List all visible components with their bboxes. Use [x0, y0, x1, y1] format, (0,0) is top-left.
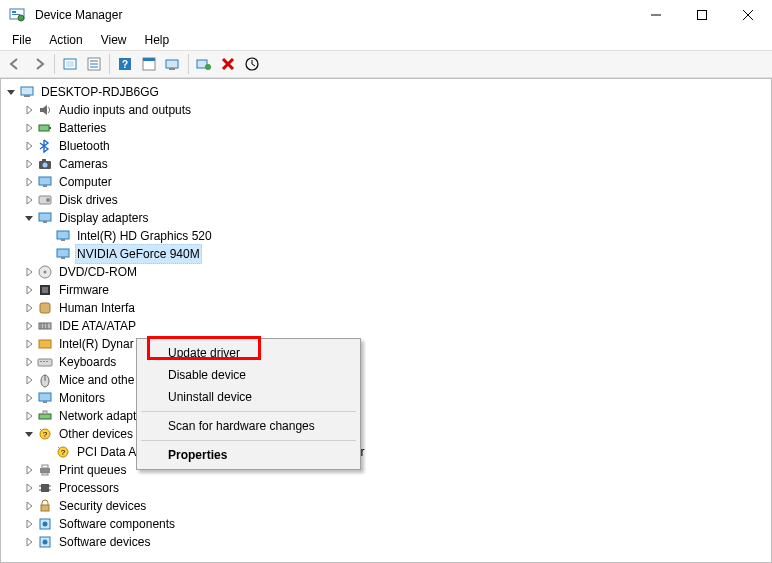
- expand-toggle[interactable]: [21, 516, 37, 532]
- ctx-uninstall-device[interactable]: Uninstall device: [140, 386, 357, 408]
- tree-category[interactable]: Monitors: [3, 389, 771, 407]
- tree-category[interactable]: Disk drives: [3, 191, 771, 209]
- tree-item-label: Software components: [57, 515, 177, 533]
- expand-toggle[interactable]: [21, 174, 37, 190]
- expand-toggle[interactable]: [21, 498, 37, 514]
- tree-item-label: Other devices: [57, 425, 135, 443]
- device-tree[interactable]: DESKTOP-RDJB6GGAudio inputs and outputsB…: [1, 79, 771, 562]
- svg-rect-26: [24, 95, 30, 97]
- tree-category[interactable]: Software devices: [3, 533, 771, 551]
- svg-rect-68: [42, 473, 48, 475]
- camera-icon: [37, 156, 53, 172]
- ctx-disable-device[interactable]: Disable device: [140, 364, 357, 386]
- expand-toggle[interactable]: [21, 426, 37, 442]
- tree-category[interactable]: Intel(R) Dynar: [3, 335, 771, 353]
- close-button[interactable]: [725, 0, 771, 30]
- svg-rect-51: [39, 340, 51, 348]
- tree-root[interactable]: DESKTOP-RDJB6GG: [3, 83, 771, 101]
- tree-category[interactable]: Human Interfa: [3, 299, 771, 317]
- tree-category[interactable]: Batteries: [3, 119, 771, 137]
- expand-toggle[interactable]: [21, 264, 37, 280]
- svg-point-35: [46, 198, 50, 202]
- svg-rect-17: [143, 58, 155, 61]
- expand-toggle[interactable]: [21, 156, 37, 172]
- expand-toggle[interactable]: [21, 282, 37, 298]
- monitor-icon: [55, 246, 71, 262]
- ide-icon: [37, 318, 53, 334]
- tree-device[interactable]: ?PCI Data Acquisition and Signal Process…: [3, 443, 771, 461]
- tree-category[interactable]: Audio inputs and outputs: [3, 101, 771, 119]
- tree-category[interactable]: Cameras: [3, 155, 771, 173]
- separator: [54, 54, 55, 74]
- svg-rect-9: [66, 61, 74, 67]
- show-hidden-button[interactable]: [59, 53, 81, 75]
- menu-help[interactable]: Help: [137, 31, 178, 49]
- uninstall-button[interactable]: [217, 53, 239, 75]
- back-button[interactable]: [4, 53, 26, 75]
- tree-category[interactable]: Computer: [3, 173, 771, 191]
- svg-rect-74: [41, 505, 49, 511]
- expand-toggle[interactable]: [21, 120, 37, 136]
- update-driver-button[interactable]: [162, 53, 184, 75]
- tree-item-label: Mice and othe: [57, 371, 136, 389]
- tree-device[interactable]: Intel(R) HD Graphics 520: [3, 227, 771, 245]
- expand-toggle[interactable]: [21, 354, 37, 370]
- forward-button[interactable]: [28, 53, 50, 75]
- minimize-button[interactable]: [633, 0, 679, 30]
- battery-icon: [37, 120, 53, 136]
- tree-category[interactable]: Bluetooth: [3, 137, 771, 155]
- expand-toggle[interactable]: [21, 192, 37, 208]
- expand-toggle: [39, 444, 55, 460]
- expand-toggle[interactable]: [21, 318, 37, 334]
- tree-category[interactable]: IDE ATA/ATAP: [3, 317, 771, 335]
- expand-toggle[interactable]: [21, 102, 37, 118]
- ctx-scan-hardware[interactable]: Scan for hardware changes: [140, 415, 357, 437]
- menu-view[interactable]: View: [93, 31, 135, 49]
- expand-toggle[interactable]: [21, 336, 37, 352]
- maximize-button[interactable]: [679, 0, 725, 30]
- expand-toggle[interactable]: [21, 462, 37, 478]
- svg-rect-25: [21, 87, 33, 95]
- expand-toggle[interactable]: [21, 372, 37, 388]
- expand-toggle[interactable]: [3, 84, 19, 100]
- expand-toggle[interactable]: [21, 480, 37, 496]
- tree-category[interactable]: Firmware: [3, 281, 771, 299]
- scan-hardware-button[interactable]: [193, 53, 215, 75]
- svg-text:?: ?: [43, 430, 48, 439]
- tree-category[interactable]: Network adapters: [3, 407, 771, 425]
- tree-category[interactable]: Display adapters: [3, 209, 771, 227]
- tree-item-label: DVD/CD-ROM: [57, 263, 139, 281]
- svg-rect-55: [46, 361, 48, 362]
- tree-category[interactable]: Print queues: [3, 461, 771, 479]
- ctx-update-driver[interactable]: Update driver: [140, 342, 357, 364]
- expand-toggle: [39, 228, 55, 244]
- tree-device[interactable]: NVIDIA GeForce 940M: [3, 245, 771, 263]
- svg-rect-41: [61, 257, 65, 259]
- enable-button[interactable]: [241, 53, 263, 75]
- tree-category[interactable]: Security devices: [3, 497, 771, 515]
- svg-rect-19: [169, 68, 175, 70]
- tree-category[interactable]: Software components: [3, 515, 771, 533]
- component-icon: [37, 516, 53, 532]
- tree-category[interactable]: Keyboards: [3, 353, 771, 371]
- menu-action[interactable]: Action: [41, 31, 90, 49]
- expand-toggle[interactable]: [21, 138, 37, 154]
- expand-toggle[interactable]: [21, 390, 37, 406]
- tree-category[interactable]: DVD/CD-ROM: [3, 263, 771, 281]
- disk-icon: [37, 192, 53, 208]
- tree-category[interactable]: Mice and othe: [3, 371, 771, 389]
- menu-file[interactable]: File: [4, 31, 39, 49]
- help-button[interactable]: ?: [114, 53, 136, 75]
- expand-toggle[interactable]: [21, 534, 37, 550]
- separator: [109, 54, 110, 74]
- svg-rect-52: [38, 359, 52, 366]
- tree-category[interactable]: Processors: [3, 479, 771, 497]
- svg-rect-60: [39, 414, 51, 419]
- expand-toggle[interactable]: [21, 210, 37, 226]
- ctx-properties[interactable]: Properties: [140, 444, 357, 466]
- expand-toggle[interactable]: [21, 408, 37, 424]
- tree-category[interactable]: ?Other devices: [3, 425, 771, 443]
- action-center-button[interactable]: [138, 53, 160, 75]
- properties-button[interactable]: [83, 53, 105, 75]
- expand-toggle[interactable]: [21, 300, 37, 316]
